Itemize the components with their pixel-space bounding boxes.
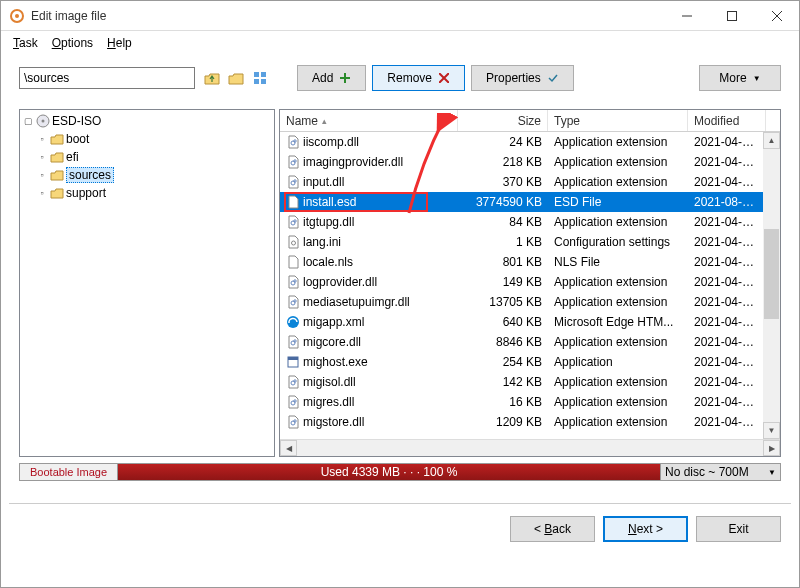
properties-button[interactable]: Properties xyxy=(471,65,574,91)
more-button[interactable]: More ▼ xyxy=(699,65,781,91)
file-row[interactable]: migres.dll16 KBApplication extension2021… xyxy=(280,392,780,412)
remove-label: Remove xyxy=(387,71,432,85)
exit-button[interactable]: Exit xyxy=(696,516,781,542)
properties-label: Properties xyxy=(486,71,541,85)
expand-icon[interactable]: ▫ xyxy=(36,134,48,144)
file-row[interactable]: install.esd3774590 KBESD File2021-08-24 … xyxy=(280,192,780,212)
file-row[interactable]: locale.nls801 KBNLS File2021-04-09 ... xyxy=(280,252,780,272)
file-size: 640 KB xyxy=(458,315,548,329)
folder-tree[interactable]: ▢ ESD-ISO ▫boot▫efi▫sources▫support xyxy=(19,109,275,457)
remove-x-icon xyxy=(438,72,450,84)
file-size: 13705 KB xyxy=(458,295,548,309)
scroll-up-icon[interactable]: ▲ xyxy=(763,132,780,149)
plus-icon xyxy=(339,72,351,84)
up-folder-icon[interactable] xyxy=(203,69,221,87)
file-row[interactable]: iiscomp.dll24 KBApplication extension202… xyxy=(280,132,780,152)
file-row[interactable]: input.dll370 KBApplication extension2021… xyxy=(280,172,780,192)
add-label: Add xyxy=(312,71,333,85)
file-modified: 2021-04-09 ... xyxy=(688,235,766,249)
file-icon xyxy=(286,215,300,229)
file-name: migisol.dll xyxy=(303,375,356,389)
file-icon xyxy=(286,315,300,329)
folder-icon xyxy=(50,186,64,200)
file-list[interactable]: Name▴ Size Type Modified iiscomp.dll24 K… xyxy=(279,109,781,457)
app-icon xyxy=(9,8,25,24)
file-type: NLS File xyxy=(548,255,688,269)
back-button[interactable]: < Back xyxy=(510,516,595,542)
maximize-button[interactable] xyxy=(709,1,754,31)
menu-options[interactable]: Options xyxy=(46,34,99,52)
svg-rect-7 xyxy=(261,72,266,77)
file-row[interactable]: logprovider.dll149 KBApplication extensi… xyxy=(280,272,780,292)
minimize-button[interactable] xyxy=(664,1,709,31)
column-size[interactable]: Size xyxy=(458,110,548,131)
column-name[interactable]: Name▴ xyxy=(280,110,458,131)
file-type: Configuration settings xyxy=(548,235,688,249)
scroll-left-icon[interactable]: ◀ xyxy=(280,440,297,456)
file-size: 801 KB xyxy=(458,255,548,269)
svg-rect-8 xyxy=(254,79,259,84)
collapse-icon[interactable]: ▢ xyxy=(22,116,34,126)
svg-rect-6 xyxy=(254,72,259,77)
file-row[interactable]: migcore.dll8846 KBApplication extension2… xyxy=(280,332,780,352)
chevron-down-icon: ▼ xyxy=(753,74,761,83)
file-row[interactable]: mighost.exe254 KBApplication2021-04-09 .… xyxy=(280,352,780,372)
tree-item-efi[interactable]: ▫efi xyxy=(22,148,272,166)
file-name: itgtupg.dll xyxy=(303,215,354,229)
column-type[interactable]: Type xyxy=(548,110,688,131)
expand-icon[interactable]: ▫ xyxy=(36,170,48,180)
file-name: locale.nls xyxy=(303,255,353,269)
svg-point-1 xyxy=(15,14,19,18)
file-icon xyxy=(286,375,300,389)
file-row[interactable]: migstore.dll1209 KBApplication extension… xyxy=(280,412,780,432)
menu-help[interactable]: Help xyxy=(101,34,138,52)
svg-rect-33 xyxy=(288,357,298,360)
new-folder-icon[interactable] xyxy=(227,69,245,87)
file-row[interactable]: mediasetupuimgr.dll13705 KBApplication e… xyxy=(280,292,780,312)
file-icon xyxy=(286,235,300,249)
column-modified[interactable]: Modified xyxy=(688,110,766,131)
menu-task[interactable]: Task xyxy=(7,34,44,52)
file-modified: 2021-08-24 ... xyxy=(688,195,766,209)
add-button[interactable]: Add xyxy=(297,65,366,91)
file-name: mediasetupuimgr.dll xyxy=(303,295,410,309)
titlebar: Edit image file xyxy=(1,1,799,31)
file-icon xyxy=(286,135,300,149)
file-row[interactable]: itgtupg.dll84 KBApplication extension202… xyxy=(280,212,780,232)
tree-item-boot[interactable]: ▫boot xyxy=(22,130,272,148)
svg-rect-9 xyxy=(261,79,266,84)
file-row[interactable]: imagingprovider.dll218 KBApplication ext… xyxy=(280,152,780,172)
scroll-down-icon[interactable]: ▼ xyxy=(763,422,780,439)
path-input[interactable]: \sources xyxy=(19,67,195,89)
next-button[interactable]: Next > xyxy=(603,516,688,542)
file-size: 254 KB xyxy=(458,355,548,369)
file-icon xyxy=(286,275,300,289)
file-name: imagingprovider.dll xyxy=(303,155,403,169)
view-mode-icon[interactable] xyxy=(251,69,269,87)
file-modified: 2021-04-09 ... xyxy=(688,295,766,309)
file-size: 3774590 KB xyxy=(458,195,548,209)
disc-size-combo[interactable]: No disc ~ 700M ▼ xyxy=(660,464,780,480)
file-row[interactable]: lang.ini1 KBConfiguration settings2021-0… xyxy=(280,232,780,252)
file-size: 218 KB xyxy=(458,155,548,169)
disc-icon xyxy=(36,114,50,128)
tree-item-support[interactable]: ▫support xyxy=(22,184,272,202)
file-row[interactable]: migisol.dll142 KBApplication extension20… xyxy=(280,372,780,392)
scroll-right-icon[interactable]: ▶ xyxy=(763,440,780,456)
file-row[interactable]: migapp.xml640 KBMicrosoft Edge HTM...202… xyxy=(280,312,780,332)
expand-icon[interactable]: ▫ xyxy=(36,188,48,198)
scroll-thumb[interactable] xyxy=(764,229,779,319)
close-button[interactable] xyxy=(754,1,799,31)
remove-button[interactable]: Remove xyxy=(372,65,465,91)
tree-item-sources[interactable]: ▫sources xyxy=(22,166,272,184)
vertical-scrollbar[interactable]: ▲ ▼ xyxy=(763,132,780,439)
horizontal-scrollbar[interactable]: ◀ ▶ xyxy=(280,439,780,456)
file-name: migstore.dll xyxy=(303,415,364,429)
tree-root[interactable]: ▢ ESD-ISO xyxy=(22,112,272,130)
file-modified: 2021-04-09 ... xyxy=(688,375,766,389)
file-icon xyxy=(286,395,300,409)
expand-icon[interactable]: ▫ xyxy=(36,152,48,162)
file-type: Application xyxy=(548,355,688,369)
file-type: Application extension xyxy=(548,335,688,349)
file-name: logprovider.dll xyxy=(303,275,377,289)
